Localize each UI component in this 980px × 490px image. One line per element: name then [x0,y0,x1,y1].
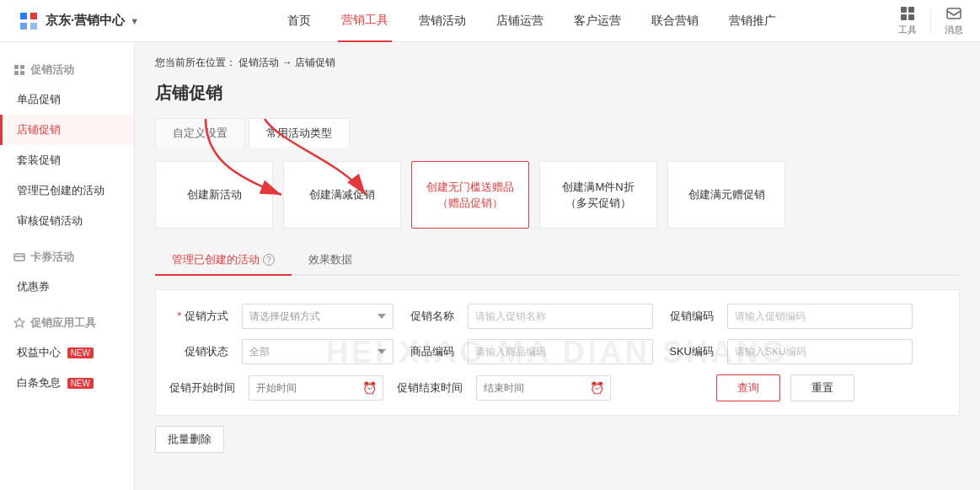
select-promotion-type[interactable]: 请选择促销方式 [242,304,394,329]
nav-divider [930,8,931,34]
date-wrapper-end: ⏰ [476,375,611,401]
svg-rect-3 [908,14,914,20]
filter-row-3: 促销开始时间 ⏰ 促销结束时间 ⏰ 查询 重置 [169,374,945,401]
label-promotion-type: 促销方式 [169,309,228,324]
label-product-code: 商品编码 [407,344,454,359]
new-badge-rights: NEW [67,347,94,358]
sidebar-item-coupon[interactable]: 优惠券 [0,272,134,302]
label-start-time: 促销开始时间 [169,380,235,396]
query-button[interactable]: 查询 [716,374,780,401]
filter-row-2: 促销状态 全部 商品编码 SKU编码 [169,339,945,364]
tab-manage-activities[interactable]: 管理已创建的活动 ? [155,245,292,276]
main-layout: 促销活动 单品促销 店铺促销 套装促销 管理已创建的活动 审核促销活动 卡券活动… [0,42,980,490]
svg-rect-1 [908,7,914,13]
sidebar-item-bundle-promotion[interactable]: 套装促销 [0,145,134,175]
card-create-mnfold[interactable]: 创建满M件N折 （多买促销） [539,161,657,229]
card-create-discount[interactable]: 创建满减促销 [283,161,401,229]
main-content-area: 您当前所在位置： 促销活动 → 店铺促销 店铺促销 自定义设置 常用活动类型 创… [135,42,980,490]
sidebar-item-store-promotion[interactable]: 店铺促销 [0,115,134,145]
section-tabs: 自定义设置 常用活动类型 [155,118,960,148]
nav-customer-operations[interactable]: 客户运营 [570,0,624,42]
reset-button[interactable]: 重置 [790,374,854,401]
tab-custom-settings[interactable]: 自定义设置 [155,118,245,148]
sidebar: 促销活动 单品促销 店铺促销 套装促销 管理已创建的活动 审核促销活动 卡券活动… [0,42,135,490]
brand-text: 京东·营销中心 [46,13,125,29]
card-icon [13,251,25,263]
label-sku-code: SKU编码 [667,344,714,359]
sidebar-section-tools-label: 促销应用工具 [30,315,96,331]
nav-store-operations[interactable]: 店铺运营 [493,0,547,42]
select-promotion-status[interactable]: 全部 [242,339,394,364]
svg-rect-0 [901,7,907,13]
nav-marketing-activity[interactable]: 营销活动 [415,0,469,42]
filter-row-1: 促销方式 请选择促销方式 促销名称 促销编码 [169,304,945,329]
input-start-time[interactable] [249,375,383,401]
label-promotion-status: 促销状态 [169,344,228,359]
sidebar-item-rights-center[interactable]: 权益中心 NEW [0,337,134,368]
svg-rect-5 [14,65,19,69]
nav-joint-marketing[interactable]: 联合营销 [648,0,702,42]
manage-activities-label: 管理已创建的活动 [172,252,260,267]
activity-cards-container: 创建新活动 创建满减促销 创建无门槛送赠品 （赠品促销） 创建满M件N折 （多买… [155,161,960,229]
tab-common-activity-types[interactable]: 常用活动类型 [249,118,350,148]
form-buttons: 查询 重置 [624,374,945,401]
sidebar-section-promotion: 促销活动 [0,56,134,84]
breadcrumb: 您当前所在位置： 促销活动 → 店铺促销 [155,56,960,70]
breadcrumb-prefix: 您当前所在位置： [155,57,236,68]
breadcrumb-path2: 店铺促销 [295,57,335,68]
label-promotion-name: 促销名称 [407,309,454,324]
messages-label: 消息 [945,24,963,36]
input-promotion-code[interactable] [727,304,913,329]
tab-effect-data[interactable]: 效果数据 [292,245,369,276]
sidebar-item-manage-activities[interactable]: 管理已创建的活动 [0,175,134,206]
sidebar-section-tools: 促销应用工具 [0,309,134,337]
batch-actions: 批量删除 [155,416,960,453]
messages-button[interactable]: 消息 [945,5,963,36]
tools-button[interactable]: 工具 [898,5,917,36]
info-icon: ? [263,254,275,266]
breadcrumb-separator: → [282,57,295,68]
management-tabs: 管理已创建的活动 ? 效果数据 [155,245,960,276]
nav-home[interactable]: 首页 [284,0,314,42]
sidebar-item-review-promotion[interactable]: 审核促销活动 [0,206,134,236]
date-wrapper-start: ⏰ [249,375,383,401]
input-end-time[interactable] [476,375,611,401]
new-badge-installment: NEW [67,378,94,389]
sidebar-item-installment-free[interactable]: 白条免息 NEW [0,368,134,398]
brand-dropdown-icon[interactable]: ▼ [130,16,139,26]
effect-data-label: 效果数据 [308,252,352,267]
sidebar-section-promotion-label: 促销活动 [30,62,74,78]
svg-rect-7 [14,71,19,75]
tool-icon [13,317,25,329]
sidebar-section-coupon-label: 卡券活动 [30,250,74,265]
grid-icon [13,64,25,76]
label-promotion-code: 促销编码 [667,309,714,324]
input-promotion-name[interactable] [468,304,653,329]
input-product-code[interactable] [468,339,653,364]
logo-icon [17,9,40,33]
tools-icon [899,5,916,22]
svg-rect-2 [901,14,907,20]
sidebar-item-single-promotion[interactable]: 单品促销 [0,84,134,115]
page-title: 店铺促销 [155,82,960,105]
input-sku-code[interactable] [727,339,913,364]
top-navigation: 京东·营销中心 ▼ 首页 营销工具 营销活动 店铺运营 客户运营 联合营销 营销… [0,0,980,42]
brand-logo[interactable]: 京东·营销中心 ▼ [17,9,139,33]
card-create-free-gift[interactable]: 创建无门槛送赠品 （赠品促销） [411,161,529,229]
card-create-full-gift[interactable]: 创建满元赠促销 [667,161,785,229]
svg-rect-4 [947,8,961,19]
nav-marketing-promotion[interactable]: 营销推广 [726,0,779,42]
svg-rect-6 [20,65,24,69]
activity-cards: 创建新活动 创建满减促销 创建无门槛送赠品 （赠品促销） 创建满M件N折 （多买… [155,161,960,229]
filter-form: HEI XIAO MA DIAN SHANG 促销方式 请选择促销方式 促销名称… [155,289,960,416]
sidebar-section-coupon: 卡券活动 [0,243,134,272]
nav-right-actions: 工具 消息 [898,5,963,36]
messages-icon [945,5,962,22]
batch-delete-button[interactable]: 批量删除 [155,426,224,453]
card-create-new[interactable]: 创建新活动 [155,161,273,229]
tools-label: 工具 [898,24,917,36]
main-navigation: 首页 营销工具 营销活动 店铺运营 客户运营 联合营销 营销推广 [164,0,898,42]
label-end-time: 促销结束时间 [397,380,463,396]
nav-marketing-tools[interactable]: 营销工具 [338,0,392,42]
svg-rect-9 [14,254,24,261]
